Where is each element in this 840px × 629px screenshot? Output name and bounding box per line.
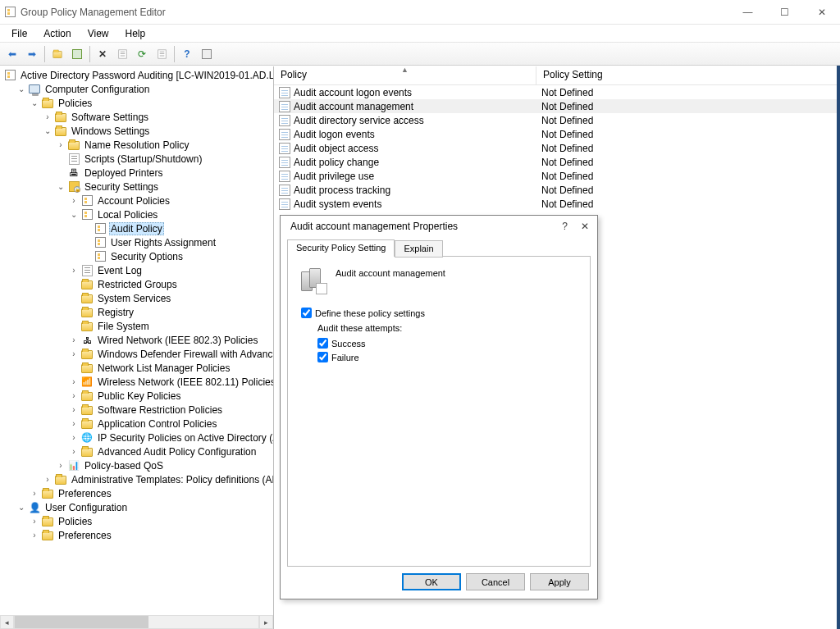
minimize-button[interactable]: — [729,0,766,25]
menu-view[interactable]: View [81,26,116,41]
tree-user-policies[interactable]: ›Policies [0,514,273,528]
help-icon[interactable]: ? [178,45,196,63]
maximize-button[interactable]: ☐ [766,0,803,25]
list-row[interactable]: Audit privilege useNot Defined [274,169,840,183]
tree-hscrollbar[interactable]: ◂ ▸ [0,615,273,629]
tree-netlist[interactable]: Network List Manager Policies [0,361,273,375]
chevron-right-icon[interactable]: › [56,461,66,471]
tree-system-services[interactable]: System Services [0,291,273,305]
chevron-down-icon[interactable]: ⌄ [69,210,79,220]
tab-explain[interactable]: Explain [395,240,442,258]
chevron-right-icon[interactable]: › [69,349,79,359]
failure-checkbox[interactable] [317,352,328,362]
tree-wired-network[interactable]: ›🖧Wired Network (IEEE 802.3) Policies [0,333,273,347]
chevron-right-icon[interactable]: › [56,140,66,150]
chevron-right-icon[interactable]: › [69,377,79,387]
tree-file-system[interactable]: File System [0,319,273,333]
chevron-right-icon[interactable]: › [30,531,39,540]
tree[interactable]: Active Directory Password Auditing [LC-W… [0,66,273,615]
tree-registry[interactable]: Registry [0,305,273,319]
tree-policies[interactable]: ⌄Policies [0,96,273,110]
close-button[interactable]: ✕ [803,0,840,25]
tree-local-policies[interactable]: ⌄Local Policies [0,207,273,221]
tree-srp[interactable]: ›Software Restriction Policies [0,403,273,417]
chevron-right-icon[interactable]: › [69,447,79,457]
ok-button[interactable]: OK [402,573,461,590]
tree-restricted-groups[interactable]: Restricted Groups [0,277,273,291]
menu-help[interactable]: Help [119,26,153,41]
tree-windows-settings[interactable]: ⌄Windows Settings [0,124,273,138]
list-row[interactable]: Audit directory service accessNot Define… [274,113,840,127]
tree-root[interactable]: Active Directory Password Auditing [LC-W… [0,68,273,82]
column-setting[interactable]: Policy Setting [536,66,840,84]
help-icon[interactable]: ? [562,221,568,232]
tree-security-options[interactable]: Security Options [0,249,273,263]
scroll-left-icon[interactable]: ◂ [0,615,14,629]
tree-pubkey[interactable]: ›Public Key Policies [0,389,273,403]
list-row[interactable]: Audit logon eventsNot Defined [274,127,840,141]
success-checkbox[interactable] [317,338,328,349]
tree-software-settings[interactable]: ›Software Settings [0,110,273,124]
scroll-right-icon[interactable]: ▸ [259,615,273,629]
tree-firewall[interactable]: ›Windows Defender Firewall with Advanced [0,347,273,361]
chevron-right-icon[interactable]: › [30,489,39,499]
chevron-down-icon[interactable]: ⌄ [30,98,39,108]
chevron-right-icon[interactable]: › [69,266,79,276]
chevron-right-icon[interactable]: › [30,517,39,526]
tree-printers[interactable]: 🖶Deployed Printers [0,166,273,180]
chevron-right-icon[interactable]: › [69,391,79,401]
apply-button[interactable]: Apply [530,573,589,590]
tree-event-log[interactable]: ›Event Log [0,263,273,277]
list-row[interactable]: Audit account managementNot Defined [274,99,840,113]
chevron-down-icon[interactable]: ⌄ [16,84,26,94]
define-policy-checkbox[interactable] [301,308,312,318]
tree-audit-policy[interactable]: Audit Policy [0,221,273,235]
forward-icon[interactable]: ➡ [23,45,41,63]
list-row[interactable]: Audit account logon eventsNot Defined [274,85,840,99]
chevron-down-icon[interactable]: ⌄ [16,503,26,513]
list-row[interactable]: Audit policy changeNot Defined [274,155,840,169]
tree-wireless[interactable]: ›📶Wireless Network (IEEE 802.11) Policie… [0,375,273,389]
menu-action[interactable]: Action [37,26,77,41]
tab-security-policy-setting[interactable]: Security Policy Setting [287,239,395,257]
filter-icon[interactable] [198,45,216,63]
back-icon[interactable]: ⬅ [3,45,21,63]
tree-qos[interactable]: ›📊Policy-based QoS [0,458,273,472]
tree-ipsec[interactable]: ›🌐IP Security Policies on Active Directo… [0,431,273,444]
export-icon[interactable] [153,45,171,63]
tree-name-resolution[interactable]: ›Name Resolution Policy [0,138,273,152]
list-row[interactable]: Audit system eventsNot Defined [274,197,840,211]
tree-scripts[interactable]: Scripts (Startup/Shutdown) [0,152,273,166]
menu-file[interactable]: File [5,26,34,41]
tree-user-rights[interactable]: User Rights Assignment [0,235,273,249]
tree-account-policies[interactable]: ›Account Policies [0,194,273,207]
properties-icon[interactable] [113,45,131,63]
tree-advaudit[interactable]: ›Advanced Audit Policy Configuration [0,444,273,458]
refresh-icon[interactable]: ⟳ [133,45,151,63]
chevron-right-icon[interactable]: › [69,433,79,443]
tree-appctrl[interactable]: ›Application Control Policies [0,417,273,431]
list-body[interactable]: Audit account logon eventsNot DefinedAud… [274,85,840,211]
chevron-right-icon[interactable]: › [69,405,79,415]
close-icon[interactable]: ✕ [581,221,589,232]
up-icon[interactable] [48,45,66,63]
tree-user-configuration[interactable]: ⌄👤User Configuration [0,500,273,514]
tree-user-preferences[interactable]: ›Preferences [0,528,273,542]
cancel-button[interactable]: Cancel [466,573,525,590]
list-row[interactable]: Audit process trackingNot Defined [274,183,840,197]
tree-security-settings[interactable]: ⌄🔒Security Settings [0,180,273,194]
show-tree-icon[interactable] [68,45,86,63]
tree-computer-configuration[interactable]: ⌄Computer Configuration [0,82,273,96]
chevron-right-icon[interactable]: › [69,335,79,345]
tree-preferences[interactable]: ›Preferences [0,486,273,500]
chevron-right-icon[interactable]: › [69,419,79,429]
chevron-down-icon[interactable]: ⌄ [56,182,66,192]
scroll-thumb[interactable] [15,616,148,628]
tree-admtmpl[interactable]: ›Administrative Templates: Policy defini… [0,472,273,486]
delete-icon[interactable]: ✕ [94,45,112,63]
chevron-right-icon[interactable]: › [43,475,52,485]
chevron-right-icon[interactable]: › [69,196,79,206]
list-row[interactable]: Audit object accessNot Defined [274,141,840,155]
chevron-down-icon[interactable]: ⌄ [43,126,52,136]
chevron-right-icon[interactable]: › [43,112,52,122]
